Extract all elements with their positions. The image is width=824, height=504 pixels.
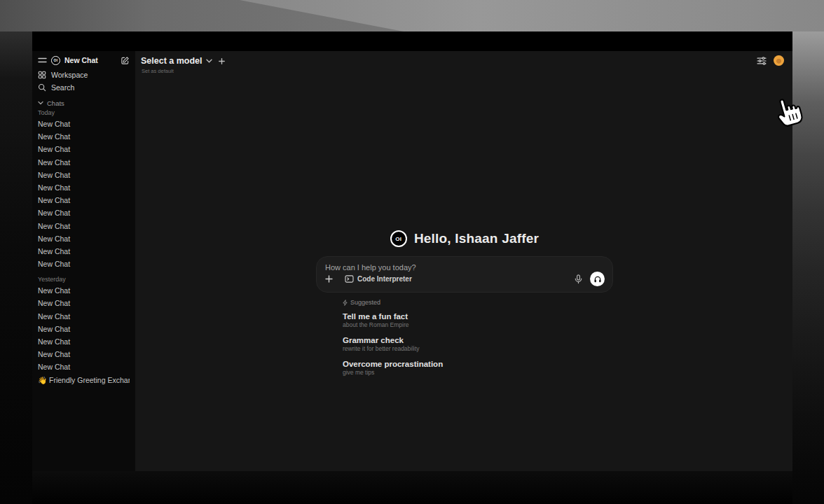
suggested-label: Suggested [350,299,380,306]
suggested-prompt-title: Overcome procrastination [343,359,613,369]
backdrop-bottom-strip [32,471,792,504]
sidebar-toggle-icon[interactable] [38,57,47,64]
suggested-prompt-title: Tell me a fun fact [343,312,613,321]
suggested-prompt-subtitle: about the Roman Empire [343,321,613,329]
settings-sliders-icon[interactable] [757,57,767,65]
plus-icon [325,275,333,283]
code-interpreter-label: Code Interpreter [357,275,412,283]
app-logo-icon: OI [390,230,407,247]
suggested-prompts: Tell me a fun fact about the Roman Empir… [343,312,613,377]
app-logo-icon: OI [51,56,60,65]
chat-list-item[interactable]: New Chat [38,118,130,130]
chat-list-yesterday: New ChatNew ChatNew ChatNew ChatNew Chat… [38,284,130,373]
chat-list-item[interactable]: New Chat [38,206,130,219]
chat-list-item-named[interactable]: 👋 Friendly Greeting Exchange [38,374,130,386]
sidebar: OI New Chat Workspace Search Chats [32,51,135,471]
chat-group-label-today: Today [38,108,130,118]
app-window: OI New Chat Workspace Search Chats [32,31,792,471]
chat-list-item[interactable]: New Chat [38,220,130,232]
plus-icon [219,58,225,64]
sidebar-title: New Chat [64,56,116,64]
user-avatar[interactable] [774,55,784,66]
code-interpreter-toggle[interactable]: Code Interpreter [345,275,412,283]
set-default-link[interactable]: Set as default [142,68,174,74]
sidebar-item-label: Workspace [51,71,88,79]
welcome-panel: OI Hello, Ishaan Jaffer How can I help y… [316,230,613,383]
suggested-prompt[interactable]: Overcome procrastination give me tips [343,359,613,377]
suggested-prompt-subtitle: rewrite it for better readability [343,345,613,353]
chevron-down-icon [206,59,212,63]
chat-list-today: New ChatNew ChatNew ChatNew ChatNew Chat… [38,118,130,270]
search-icon [38,83,46,92]
desktop-background: OI New Chat Workspace Search Chats [0,0,824,504]
bolt-icon [343,300,348,306]
composer-placeholder: How can I help you today? [325,263,605,272]
sidebar-item-label: Search [51,83,74,92]
suggested-prompt-title: Grammar check [343,335,613,345]
chat-list-item[interactable]: New Chat [38,181,130,194]
new-chat-compose-icon[interactable] [121,56,130,65]
chat-list-item[interactable]: New Chat [38,156,130,169]
sidebar-item-workspace[interactable]: Workspace [38,69,130,81]
chat-list-item[interactable]: New Chat [38,335,130,348]
voice-call-button[interactable] [590,272,605,286]
chat-list-item[interactable]: New Chat [38,232,130,245]
headphones-icon [593,275,602,283]
suggested-prompt-subtitle: give me tips [343,369,613,377]
sidebar-header: OI New Chat [38,55,130,66]
chat-list-item[interactable]: New Chat [38,348,130,360]
chats-section-label: Chats [47,99,64,107]
chat-list-item[interactable]: New Chat [38,130,130,143]
chevron-down-icon [38,101,43,105]
chat-list-item[interactable]: New Chat [38,143,130,155]
chat-list-item[interactable]: New Chat [38,258,130,270]
chat-list-item[interactable]: New Chat [38,284,130,297]
backdrop-left-strip [0,31,32,504]
chats-section-toggle[interactable]: Chats [38,98,130,108]
code-interpreter-icon [345,275,354,283]
suggested-section: Suggested Tell me a fun fact about the R… [316,298,613,377]
window-titlebar [32,31,792,51]
workspace-grid-icon [38,71,46,79]
chat-list-item[interactable]: New Chat [38,360,130,373]
chat-group-label-yesterday: Yesterday [38,274,130,284]
model-selector[interactable]: Select a model [141,56,212,66]
main-content: Select a model Set as default [135,51,792,471]
sidebar-item-search[interactable]: Search [38,81,130,94]
chat-list-item[interactable]: New Chat [38,310,130,323]
add-model-button[interactable] [219,58,225,64]
message-composer[interactable]: How can I help you today? Code Interpret… [316,256,613,293]
chat-list-item[interactable]: New Chat [38,297,130,309]
attach-plus-button[interactable] [325,275,333,283]
backdrop-right-strip [792,31,824,504]
suggested-prompt[interactable]: Tell me a fun fact about the Roman Empir… [343,312,613,329]
greeting-text: Hello, Ishaan Jaffer [414,231,539,246]
chat-list-item[interactable]: New Chat [38,194,130,206]
chat-list-item[interactable]: New Chat [38,323,130,335]
model-selector-label: Select a model [141,56,202,66]
suggested-prompt[interactable]: Grammar check rewrite it for better read… [343,335,613,353]
chat-list-item[interactable]: New Chat [38,169,130,181]
chat-list-item[interactable]: New Chat [38,245,130,258]
microphone-icon[interactable] [575,274,582,284]
